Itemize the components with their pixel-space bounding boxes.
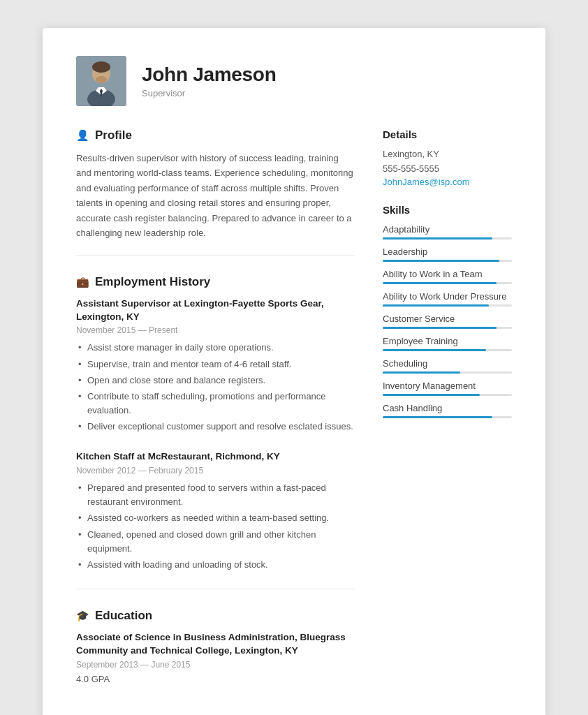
bullet-item: Contribute to staff scheduling, promotio…: [76, 390, 355, 418]
edu-gpa: 4.0 GPA: [76, 674, 355, 684]
job-entry: Assistant Supervisor at Lexington-Fayett…: [76, 297, 355, 434]
skill-bar-bg: [383, 349, 512, 351]
email[interactable]: JohnJames@isp.com: [383, 177, 512, 187]
skill-bar-bg: [383, 327, 512, 329]
divider-1: [76, 255, 355, 256]
skill-label: Customer Service: [383, 314, 512, 324]
skill-bar-fill: [383, 349, 486, 351]
skill-bar-bg: [383, 394, 512, 396]
employment-section-title: 💼 Employment History: [76, 275, 355, 289]
profile-section-title: 👤 Profile: [76, 128, 355, 142]
job-title: Assistant Supervisor at Lexington-Fayett…: [76, 297, 355, 324]
candidate-subtitle: Supervisor: [142, 88, 276, 98]
skill-label: Scheduling: [383, 358, 512, 369]
education-container: Associate of Science in Business Adminis…: [76, 631, 355, 684]
profile-icon: 👤: [76, 129, 89, 142]
bullet-item: Open and close store and balance registe…: [76, 374, 355, 388]
skill-bar-bg: [383, 237, 512, 239]
skill-bar-fill: [383, 416, 492, 418]
skill-bar-bg: [383, 260, 512, 262]
job-dates: November 2015 — Present: [76, 325, 355, 335]
skill-bar-bg: [383, 416, 512, 418]
skills-container: AdaptabilityLeadershipAbility to Work in…: [383, 224, 512, 418]
phone: 555-555-5555: [383, 162, 512, 177]
skill-label: Leadership: [383, 246, 512, 257]
profile-text: Results-driven supervisor with history o…: [76, 151, 355, 241]
education-icon: 🎓: [76, 610, 89, 622]
bullet-item: Assist store manager in daily store oper…: [76, 341, 355, 355]
skill-label: Employee Training: [383, 336, 512, 346]
skills-title: Skills: [383, 204, 512, 216]
sidebar-column: Details Lexington, KY 555-555-5555 JohnJ…: [383, 128, 512, 684]
job-bullets: Prepared and presented food to servers w…: [76, 481, 355, 572]
skill-item: Inventory Management: [383, 381, 512, 396]
skill-item: Cash Handling: [383, 403, 512, 418]
skill-bar-fill: [383, 260, 499, 262]
skill-bar-fill: [383, 304, 489, 307]
details-title: Details: [383, 128, 512, 140]
education-section-title: 🎓 Education: [76, 609, 355, 623]
jobs-container: Assistant Supervisor at Lexington-Fayett…: [76, 297, 355, 572]
main-column: 👤 Profile Results-driven supervisor with…: [76, 128, 355, 684]
skill-bar-bg: [383, 282, 512, 284]
skill-bar-fill: [383, 282, 497, 284]
skill-label: Ability to Work in a Team: [383, 269, 512, 279]
divider-2: [76, 589, 355, 589]
candidate-name: John Jameson: [142, 64, 276, 86]
skill-label: Adaptability: [383, 224, 512, 235]
skill-item: Customer Service: [383, 314, 512, 329]
skill-item: Leadership: [383, 246, 512, 262]
skill-item: Employee Training: [383, 336, 512, 351]
bullet-item: Prepared and presented food to servers w…: [76, 481, 355, 509]
skill-item: Ability to Work Under Pressure: [383, 291, 512, 307]
job-entry: Kitchen Staff at McRestaurant, Richmond,…: [76, 450, 355, 572]
skill-bar-fill: [383, 327, 497, 329]
skill-label: Ability to Work Under Pressure: [383, 291, 512, 302]
bullet-item: Assisted co-workers as needed within a t…: [76, 511, 355, 525]
bullet-item: Deliver exceptional customer support and…: [76, 420, 355, 434]
job-bullets: Assist store manager in daily store oper…: [76, 341, 355, 434]
svg-point-2: [92, 61, 110, 73]
resume-header: John Jameson Supervisor: [76, 56, 512, 106]
skill-bar-fill: [383, 237, 492, 239]
edu-dates: September 2013 — June 2015: [76, 660, 355, 670]
bullet-item: Assisted with loading and unloading of s…: [76, 558, 355, 572]
skill-label: Inventory Management: [383, 381, 512, 391]
employment-icon: 💼: [76, 276, 89, 288]
resume-card: John Jameson Supervisor 👤 Profile Result…: [43, 28, 545, 715]
header-text: John Jameson Supervisor: [142, 64, 276, 98]
skill-item: Scheduling: [383, 358, 512, 374]
skill-bar-fill: [383, 371, 460, 374]
job-dates: November 2012 — February 2015: [76, 466, 355, 476]
skill-label: Cash Handling: [383, 403, 512, 413]
skill-item: Adaptability: [383, 224, 512, 239]
avatar: [76, 56, 126, 106]
education-entry: Associate of Science in Business Adminis…: [76, 631, 355, 684]
location: Lexington, KY: [383, 147, 512, 162]
job-title: Kitchen Staff at McRestaurant, Richmond,…: [76, 450, 355, 464]
body-layout: 👤 Profile Results-driven supervisor with…: [76, 128, 512, 684]
bullet-item: Supervise, train and mentor team of 4-6 …: [76, 358, 355, 371]
svg-point-3: [96, 76, 107, 83]
bullet-item: Cleaned, opened and closed down grill an…: [76, 528, 355, 556]
edu-title: Associate of Science in Business Adminis…: [76, 631, 355, 658]
skill-bar-fill: [383, 394, 480, 396]
skill-bar-bg: [383, 304, 512, 307]
skill-bar-bg: [383, 371, 512, 374]
skill-item: Ability to Work in a Team: [383, 269, 512, 284]
